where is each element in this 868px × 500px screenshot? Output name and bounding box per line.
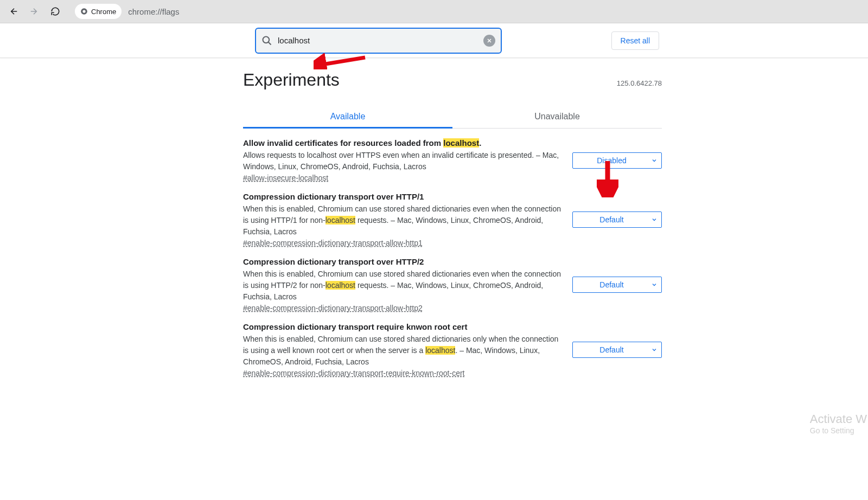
flag-title: Compression dictionary transport over HT…	[243, 257, 561, 266]
flag-item: Compression dictionary transport require…	[243, 312, 662, 377]
flag-title: Compression dictionary transport over HT…	[243, 192, 561, 201]
flag-title: Compression dictionary transport require…	[243, 322, 561, 331]
tab-available[interactable]: Available	[243, 105, 452, 128]
search-input[interactable]	[278, 36, 478, 45]
windows-watermark: Activate W Go to Setting	[810, 412, 867, 435]
url-text: chrome://flags	[128, 7, 179, 16]
chrome-chip: Chrome	[75, 4, 122, 19]
close-icon	[486, 37, 493, 44]
flag-item: Allow invalid certificates for resources…	[243, 129, 662, 182]
content-area: Experiments 125.0.6422.78 Available Unav…	[243, 58, 662, 377]
flags-toolbar: Reset all	[0, 23, 868, 58]
search-box[interactable]	[255, 28, 502, 54]
flag-state-select[interactable]: Disabled	[572, 152, 662, 169]
flag-anchor[interactable]: #enable-compression-dictionary-transport…	[243, 369, 561, 377]
flag-state-select[interactable]: Default	[572, 277, 662, 293]
version-text: 125.0.6422.78	[617, 79, 662, 87]
svg-point-2	[263, 36, 270, 43]
flags-list: Allow invalid certificates for resources…	[243, 129, 662, 377]
flag-state-select[interactable]: Default	[572, 342, 662, 358]
flag-item: Compression dictionary transport over HT…	[243, 247, 662, 312]
flag-anchor[interactable]: #enable-compression-dictionary-transport…	[243, 239, 561, 247]
tab-unavailable[interactable]: Unavailable	[452, 105, 662, 128]
flag-description: When this is enabled, Chromium can use s…	[243, 268, 561, 303]
flag-item: Compression dictionary transport over HT…	[243, 182, 662, 247]
flag-anchor[interactable]: #allow-insecure-localhost	[243, 174, 561, 182]
chrome-chip-text: Chrome	[91, 8, 116, 16]
page-title: Experiments	[243, 70, 340, 90]
reset-all-button[interactable]: Reset all	[611, 31, 659, 50]
clear-search-button[interactable]	[483, 35, 495, 47]
flag-description: Allows requests to localhost over HTTPS …	[243, 150, 561, 172]
chrome-icon	[80, 8, 88, 15]
search-icon	[261, 35, 272, 46]
flag-anchor[interactable]: #enable-compression-dictionary-transport…	[243, 304, 561, 312]
reload-button[interactable]	[46, 2, 65, 21]
flag-description: When this is enabled, Chromium can use s…	[243, 203, 561, 238]
back-button[interactable]	[4, 2, 24, 21]
tabs: Available Unavailable	[243, 105, 662, 129]
omnibox[interactable]: Chrome chrome://flags	[75, 4, 179, 19]
svg-point-1	[82, 10, 85, 12]
flag-state-select[interactable]: Default	[572, 211, 662, 228]
flag-title: Allow invalid certificates for resources…	[243, 138, 561, 148]
forward-button[interactable]	[24, 2, 43, 21]
browser-toolbar: Chrome chrome://flags	[0, 0, 868, 23]
flag-description: When this is enabled, Chromium can use s…	[243, 334, 561, 368]
